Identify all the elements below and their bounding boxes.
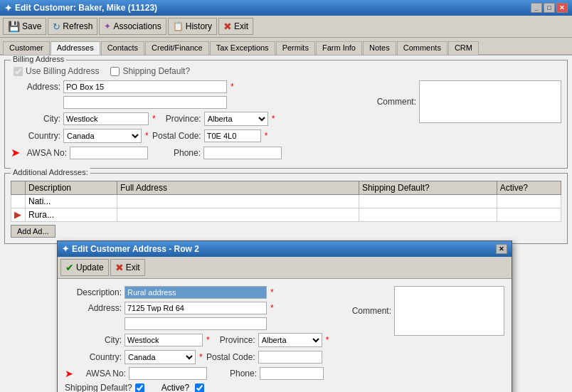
additional-section-label: Additional Addresses:	[11, 168, 90, 176]
tab-bar: Customer Addresses Contacts Credit/Finan…	[0, 38, 572, 55]
table-row[interactable]: ▶ Rura...	[11, 208, 561, 222]
modal-update-button[interactable]: ✔ Update	[60, 259, 109, 276]
tab-crm[interactable]: CRM	[448, 41, 479, 55]
tab-tax-exceptions[interactable]: Tax Exceptions	[210, 41, 275, 55]
table-row[interactable]: Nati...	[11, 195, 561, 208]
modal-province-select[interactable]: Alberta British Columbia Ontario	[258, 333, 322, 347]
row2-arrow-cell: ▶	[11, 208, 26, 222]
modal-city-input[interactable]	[125, 334, 203, 346]
save-icon: 💾	[8, 21, 20, 32]
associations-label: Associations	[113, 21, 161, 31]
app-icon: ✦	[4, 3, 12, 14]
awsa-arrow-icon: ➤	[11, 146, 20, 159]
address-grid: Description Full Address Shipping Defaul…	[11, 181, 561, 222]
modal-country-select[interactable]: Canada USA	[125, 350, 196, 364]
city-input[interactable]	[63, 112, 149, 125]
address-row: Address: *	[11, 80, 359, 93]
title-bar: ✦ Edit Customer: Baker, Mike (11123) _ □…	[0, 0, 572, 16]
col-full-address: Full Address	[117, 181, 359, 195]
province-label: Province:	[159, 114, 201, 124]
row1-shipping[interactable]	[359, 195, 497, 208]
update-label: Update	[76, 263, 104, 272]
modal-country-row: Country: Canada USA * Postal Code:	[65, 350, 341, 364]
address-required: *	[231, 82, 234, 92]
row1-full-address[interactable]	[117, 195, 359, 208]
tab-addresses[interactable]: Addresses	[51, 41, 100, 55]
maximize-button[interactable]: □	[544, 3, 555, 13]
shipping-default-checkbox[interactable]	[110, 67, 120, 76]
modal-address-input[interactable]	[125, 302, 267, 314]
modal-active-label: Active?	[161, 383, 189, 392]
phone-input[interactable]	[203, 147, 282, 159]
tab-credit-finance[interactable]: Credit/Finance	[145, 41, 209, 55]
tab-comments[interactable]: Comments	[397, 41, 447, 55]
add-address-button[interactable]: Add Ad...	[11, 225, 55, 238]
row2-active[interactable]	[497, 208, 561, 222]
history-button[interactable]: 📋 History	[168, 18, 217, 35]
additional-addresses-section: Additional Addresses: Description Full A…	[4, 173, 568, 244]
modal-province-required: *	[326, 335, 329, 345]
minimize-button[interactable]: _	[531, 3, 542, 13]
exit-button[interactable]: ✖ Exit	[218, 18, 253, 35]
comment-label: Comment:	[366, 97, 416, 107]
modal-comment-row: Comment:	[349, 286, 504, 336]
modal-address2-input[interactable]	[125, 317, 267, 330]
desc-required: *	[270, 287, 274, 297]
comment-textarea[interactable]	[419, 80, 561, 123]
tab-notes[interactable]: Notes	[363, 41, 396, 55]
modal-title: Edit Customer Address - Row 2	[72, 244, 199, 254]
associations-button[interactable]: ✦ Associations	[99, 18, 166, 35]
row2-shipping[interactable]	[359, 208, 497, 222]
row1-description[interactable]: Nati...	[26, 195, 117, 208]
col-arrow	[11, 181, 26, 195]
use-billing-label: Use Billing Address	[26, 66, 99, 76]
modal-close-button[interactable]: ✕	[496, 244, 507, 254]
modal-comment-textarea[interactable]	[394, 286, 504, 336]
modal-comment-label: Comment:	[349, 306, 391, 316]
modal-awsa-input[interactable]	[129, 367, 207, 380]
modal-city-row: City: * Province: Alberta British Columb…	[65, 333, 341, 347]
billing-address-section: Billing Address Use Billing Address Ship…	[4, 60, 568, 169]
use-billing-checkbox[interactable]	[14, 67, 23, 76]
row2-full-address[interactable]	[117, 208, 359, 222]
modal-icon: ✦	[62, 244, 69, 254]
modal-shipping-checkbox[interactable]	[135, 383, 144, 393]
shipping-default-label: Shipping Default?	[122, 66, 190, 76]
modal-shipping-label: Shipping Default?	[65, 383, 132, 392]
close-button[interactable]: ✕	[556, 3, 568, 13]
modal-exit-button[interactable]: ✖ Exit	[110, 259, 145, 276]
modal-phone-input[interactable]	[260, 367, 324, 380]
tab-farm-info[interactable]: Farm Info	[316, 41, 362, 55]
country-select[interactable]: Canada USA	[63, 129, 142, 143]
modal-description-input[interactable]	[125, 286, 267, 299]
modal-exit-icon: ✖	[115, 262, 124, 273]
address-input[interactable]	[63, 80, 227, 93]
modal-active-checkbox[interactable]	[195, 383, 204, 393]
refresh-button[interactable]: ↻ Refresh	[48, 18, 97, 35]
modal-postal-input[interactable]	[258, 351, 322, 364]
use-billing-checkbox-item: Use Billing Address	[14, 66, 99, 76]
modal-toolbar: ✔ Update ✖ Exit	[58, 257, 512, 279]
history-label: History	[186, 21, 212, 31]
awsa-input[interactable]	[70, 147, 148, 159]
toolbar: 💾 Save ↻ Refresh ✦ Associations 📋 Histor…	[0, 16, 572, 38]
postal-code-input[interactable]	[204, 129, 261, 142]
save-button[interactable]: 💾 Save	[3, 18, 46, 35]
province-select[interactable]: Alberta British Columbia Ontario Saskatc…	[204, 112, 268, 126]
city-label: City:	[11, 114, 60, 124]
row2-description[interactable]: Rura...	[26, 208, 117, 222]
tab-contacts[interactable]: Contacts	[101, 41, 144, 55]
col-shipping-default: Shipping Default?	[359, 181, 497, 195]
exit-icon: ✖	[223, 21, 232, 32]
address2-input[interactable]	[63, 96, 227, 109]
row1-active[interactable]	[497, 195, 561, 208]
tab-customer[interactable]: Customer	[3, 41, 50, 55]
tab-permits[interactable]: Permits	[276, 41, 315, 55]
modal-country-required: *	[199, 352, 203, 362]
modal-address2-row	[65, 317, 341, 330]
history-icon: 📋	[173, 21, 184, 31]
update-icon: ✔	[65, 262, 74, 273]
postal-required: *	[265, 131, 268, 141]
modal-awsa-row: ➤ AWSA No: Phone:	[65, 367, 341, 380]
modal-address-row: Address: *	[65, 302, 341, 314]
